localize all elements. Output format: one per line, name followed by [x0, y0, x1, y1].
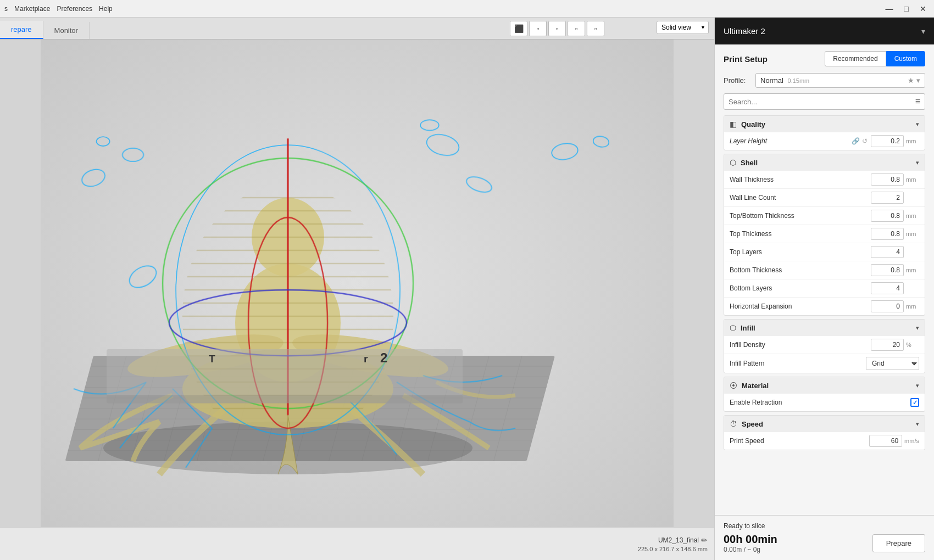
infill-section-header[interactable]: ⬡ Infill ▾ [724, 320, 925, 336]
infill-pattern-select[interactable]: Grid Lines Triangles Cubic [866, 357, 919, 370]
section-quality: ◧ Quality ▾ Layer Height 🔗 ↺ mm [724, 115, 925, 150]
speed-chevron-icon[interactable]: ▾ [916, 421, 919, 428]
setup-tabs: Recommended Custom [825, 51, 925, 66]
star-icon[interactable]: ★ [908, 76, 914, 85]
profile-icons: ★ ▾ [908, 76, 920, 85]
view-mode-buttons: ⬛ ▫ ▫ ▫ ▫ [510, 21, 604, 36]
material-header-left: ⦿ Material [730, 381, 769, 390]
top-layers-label: Top Layers [730, 248, 871, 256]
infill-density-label: Infill Density [730, 341, 871, 349]
print-speed-label: Print Speed [730, 437, 869, 445]
bottom-thickness-label: Bottom Thickness [730, 266, 871, 274]
layer-height-input[interactable] [871, 135, 904, 147]
minimize-button[interactable]: — [882, 3, 897, 14]
menu-bar: s Marketplace Preferences Help [4, 5, 113, 13]
shell-title: Shell [741, 159, 758, 167]
view-3d-button[interactable]: ⬛ [510, 21, 527, 36]
section-infill: ⬡ Infill ▾ Infill Density % Infill Patte… [724, 319, 925, 373]
tab-recommended[interactable]: Recommended [825, 51, 886, 66]
menu-s[interactable]: s [4, 5, 8, 13]
model-name: UM2_13_final [658, 536, 699, 544]
view-mode-select[interactable]: Solid view X-Ray view Layer view [657, 21, 709, 34]
ready-to-slice-text: Ready to slice [724, 522, 925, 530]
section-speed: ⏱ Speed ▾ Print Speed mm/s [724, 415, 925, 450]
speed-section-header[interactable]: ⏱ Speed ▾ [724, 416, 925, 432]
top-thickness-row: Top Thickness mm [724, 225, 925, 243]
menu-preferences[interactable]: Preferences [57, 5, 92, 13]
right-panel: Ultimaker 2 ▾ Print Setup Recommended Cu… [714, 18, 934, 560]
top-bottom-thickness-row: Top/Bottom Thickness mm [724, 207, 925, 225]
tab-monitor[interactable]: Monitor [43, 22, 90, 39]
menu-help[interactable]: Help [99, 5, 113, 13]
view-select-container: Solid view X-Ray view Layer view [657, 21, 709, 34]
top-bottom-thickness-input[interactable] [871, 210, 904, 222]
wall-thickness-input[interactable] [871, 173, 904, 186]
infill-chevron-icon[interactable]: ▾ [916, 324, 919, 332]
top-thickness-input[interactable] [871, 228, 904, 240]
window-controls: — □ ✕ [882, 3, 930, 14]
top-layers-input[interactable] [871, 246, 904, 258]
infill-pattern-dropdown-wrapper: Grid Lines Triangles Cubic [866, 357, 919, 370]
search-menu-icon[interactable]: ≡ [915, 97, 920, 107]
bottom-thickness-input[interactable] [871, 264, 904, 276]
view-extra-button[interactable]: ▫ [587, 21, 604, 36]
tab-prepare[interactable]: repare [0, 21, 43, 39]
profile-select[interactable]: Normal 0.15mm ★ ▾ [755, 73, 925, 88]
enable-retraction-checkbox[interactable] [910, 398, 919, 407]
profile-chevron-icon[interactable]: ▾ [916, 76, 920, 85]
infill-pattern-label: Infill Pattern [730, 360, 866, 367]
material-title: Material [742, 382, 769, 390]
svg-rect-63 [107, 395, 463, 403]
wall-thickness-unit: mm [906, 176, 919, 183]
layer-height-unit: mm [906, 138, 919, 144]
reset-icon[interactable]: ↺ [862, 137, 868, 145]
infill-icon: ⬡ [730, 323, 736, 332]
viewport-status: UM2_13_final ✏ 225.0 x 216.7 x 148.6 mm [0, 527, 714, 560]
link-icon[interactable]: 🔗 [852, 137, 860, 145]
svg-text:T: T [209, 353, 215, 365]
layer-height-icons: 🔗 ↺ [852, 137, 868, 145]
material-section-header[interactable]: ⦿ Material ▾ [724, 377, 925, 394]
printer-dropdown-button[interactable]: ▾ [921, 27, 925, 36]
infill-density-unit: % [906, 341, 919, 348]
prepare-button[interactable]: Prepare [872, 534, 925, 552]
bottom-layers-row: Bottom Layers [724, 279, 925, 298]
wall-line-count-input[interactable] [871, 192, 904, 204]
search-input[interactable] [729, 98, 912, 106]
top-thickness-unit: mm [906, 231, 919, 237]
print-speed-row: Print Speed mm/s [724, 432, 925, 450]
edit-model-icon[interactable]: ✏ [701, 536, 708, 545]
bottom-row: 00h 00min 0.00m / ~ 0g Prepare [724, 533, 925, 553]
print-speed-input[interactable] [869, 435, 902, 447]
quality-icon: ◧ [730, 120, 737, 128]
top-layers-row: Top Layers [724, 243, 925, 261]
menu-marketplace[interactable]: Marketplace [14, 5, 50, 13]
view-right-button[interactable]: ▫ [548, 21, 566, 36]
printer-name: Ultimaker 2 [724, 26, 765, 36]
shell-chevron-icon[interactable]: ▾ [916, 159, 919, 166]
view-top-button[interactable]: ▫ [568, 21, 585, 36]
view-front-button[interactable]: ▫ [529, 21, 547, 36]
close-button[interactable]: ✕ [916, 3, 930, 14]
estimated-time: 00h 00min [724, 533, 777, 546]
bottom-layers-input[interactable] [871, 282, 904, 294]
wall-line-count-row: Wall Line Count [724, 189, 925, 207]
quality-title: Quality [741, 120, 765, 128]
maximize-button[interactable]: □ [901, 3, 912, 14]
scene-area[interactable]: 2 T r [0, 40, 714, 527]
viewport: repare Monitor ⬛ ▫ ▫ ▫ ▫ Solid view X-Ra… [0, 18, 714, 560]
quality-section-header[interactable]: ◧ Quality ▾ [724, 116, 925, 132]
bottom-thickness-unit: mm [906, 267, 919, 273]
bottom-layers-label: Bottom Layers [730, 284, 871, 292]
horizontal-expansion-input[interactable] [871, 300, 904, 312]
tab-custom[interactable]: Custom [886, 51, 925, 66]
infill-density-input[interactable] [871, 339, 904, 351]
estimated-material: 0.00m / ~ 0g [724, 546, 777, 553]
material-chevron-icon[interactable]: ▾ [916, 382, 919, 389]
profile-row: Profile: Normal 0.15mm ★ ▾ [724, 73, 925, 88]
quality-header-left: ◧ Quality [730, 120, 765, 128]
top-bottom-thickness-label: Top/Bottom Thickness [730, 212, 871, 220]
bottom-thickness-row: Bottom Thickness mm [724, 261, 925, 279]
quality-chevron-icon[interactable]: ▾ [916, 121, 919, 128]
shell-section-header[interactable]: ⬡ Shell ▾ [724, 154, 925, 171]
